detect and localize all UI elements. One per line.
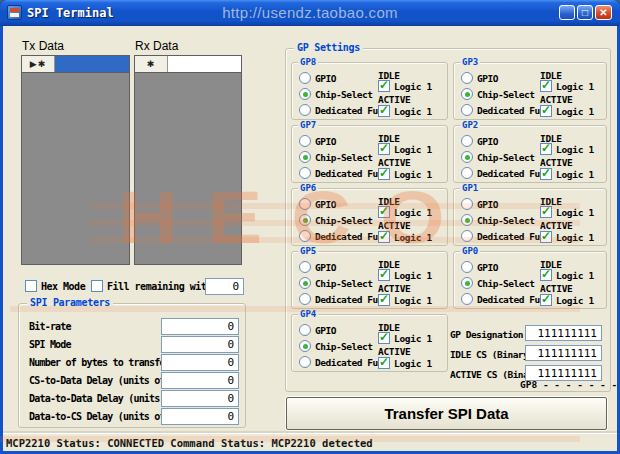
gpio-radio[interactable]: GPIO <box>461 72 498 84</box>
minimize-button[interactable]: _ <box>559 5 575 20</box>
dedicated-func-radio[interactable]: Dedicated Func <box>461 293 550 305</box>
spi-parameter-input[interactable]: 0 <box>161 372 239 389</box>
idle-logic1-checkbox[interactable]: ✓ Logic 1 <box>378 269 432 281</box>
idle-logic1-checkbox[interactable]: ✓ Logic 1 <box>540 269 594 281</box>
spi-parameter-input[interactable]: 0 <box>161 354 239 371</box>
idle-logic1-checkbox[interactable]: ✓ Logic 1 <box>378 332 432 344</box>
checkbox-label: Logic 1 <box>556 144 594 155</box>
radio-icon <box>461 277 473 289</box>
dedicated-func-radio[interactable]: Dedicated Func <box>299 356 388 368</box>
tx-grid-selected-cell[interactable] <box>55 56 129 72</box>
spi-parameter-input[interactable]: 0 <box>161 318 239 335</box>
checkbox-icon <box>25 280 37 292</box>
active-logic1-checkbox[interactable]: ✓ Logic 1 <box>378 231 432 243</box>
active-logic1-checkbox[interactable]: ✓ Logic 1 <box>540 168 594 180</box>
active-logic1-checkbox[interactable]: ✓ Logic 1 <box>378 294 432 306</box>
checkbox-icon: ✓ <box>378 168 390 180</box>
gpio-radio[interactable]: GPIO <box>299 324 336 336</box>
gp-designation-label: GP Designation <box>450 329 523 340</box>
chip-select-radio[interactable]: Chip-Select <box>299 214 372 226</box>
spi-parameter-input[interactable]: 0 <box>161 336 239 353</box>
active-logic1-checkbox[interactable]: ✓ Logic 1 <box>378 105 432 117</box>
idle-logic1-checkbox[interactable]: ✓ Logic 1 <box>378 206 432 218</box>
checkbox-icon: ✓ <box>378 294 390 306</box>
chip-select-radio[interactable]: Chip-Select <box>299 88 372 100</box>
chip-select-radio[interactable]: Chip-Select <box>461 277 534 289</box>
gp-group: GP7 GPIO Chip-Select Dedicated Func IDLE… <box>291 125 448 183</box>
spi-parameter-row: Data-to-Data Delay (units of 1 0 <box>19 390 245 408</box>
dedicated-func-radio[interactable]: Dedicated Func <box>299 230 388 242</box>
checkbox-icon: ✓ <box>378 80 390 92</box>
gpio-radio[interactable]: GPIO <box>299 198 336 210</box>
radio-icon <box>299 293 311 305</box>
tx-row-header-icon: ▶✱ <box>22 56 55 72</box>
active-cs-input[interactable]: 111111111 <box>525 365 602 381</box>
gpio-radio[interactable]: GPIO <box>299 261 336 273</box>
chip-select-radio[interactable]: Chip-Select <box>461 214 534 226</box>
radio-label: Chip-Select <box>315 278 372 289</box>
idle-logic1-checkbox[interactable]: ✓ Logic 1 <box>378 143 432 155</box>
active-logic1-checkbox[interactable]: ✓ Logic 1 <box>378 357 432 369</box>
gpio-radio[interactable]: GPIO <box>461 135 498 147</box>
idle-logic1-checkbox[interactable]: ✓ Logic 1 <box>378 80 432 92</box>
tx-data-grid[interactable]: ▶✱ <box>21 55 130 265</box>
dedicated-func-radio[interactable]: Dedicated Func <box>461 167 550 179</box>
radio-icon <box>461 151 473 163</box>
chip-select-radio[interactable]: Chip-Select <box>299 340 372 352</box>
gpio-radio[interactable]: GPIO <box>299 135 336 147</box>
radio-icon <box>461 214 473 226</box>
rx-data-label: Rx Data <box>135 39 178 53</box>
hex-mode-checkbox[interactable]: Hex Mode <box>25 280 85 292</box>
chip-select-radio[interactable]: Chip-Select <box>299 277 372 289</box>
chip-select-radio[interactable]: Chip-Select <box>461 151 534 163</box>
dedicated-func-radio[interactable]: Dedicated Func <box>461 104 550 116</box>
radio-icon <box>461 135 473 147</box>
radio-icon <box>299 198 311 210</box>
titlebar-url: http://usendz.taobao.com <box>0 4 620 21</box>
active-logic1-checkbox[interactable]: ✓ Logic 1 <box>378 168 432 180</box>
idle-logic1-checkbox[interactable]: ✓ Logic 1 <box>540 206 594 218</box>
rx-grid-cell[interactable] <box>168 56 241 72</box>
radio-label: GPIO <box>315 262 336 273</box>
gp-group-title: GP7 <box>298 120 318 130</box>
radio-label: Chip-Select <box>477 278 534 289</box>
chip-select-radio[interactable]: Chip-Select <box>461 88 534 100</box>
gp-group: GP6 GPIO Chip-Select Dedicated Func IDLE… <box>291 188 448 246</box>
transfer-spi-data-button[interactable]: Transfer SPI Data <box>286 397 607 430</box>
radio-label: GPIO <box>315 136 336 147</box>
radio-icon <box>461 167 473 179</box>
spi-parameter-input[interactable]: 0 <box>161 390 239 407</box>
rx-data-grid[interactable]: ✱ <box>134 55 242 265</box>
checkbox-label: Logic 1 <box>394 106 432 117</box>
dedicated-func-radio[interactable]: Dedicated Func <box>299 167 388 179</box>
maximize-button[interactable]: □ <box>577 5 593 20</box>
gp-group: GP3 GPIO Chip-Select Dedicated Func IDLE… <box>453 62 607 120</box>
dedicated-func-radio[interactable]: Dedicated Func <box>299 293 388 305</box>
dedicated-func-radio[interactable]: Dedicated Func <box>299 104 388 116</box>
gp-designation-input[interactable]: 111111111 <box>525 325 602 341</box>
active-logic1-checkbox[interactable]: ✓ Logic 1 <box>540 231 594 243</box>
idle-cs-input[interactable]: 111111111 <box>525 345 602 361</box>
fill-remaining-input[interactable]: 0 <box>205 278 244 295</box>
idle-logic1-checkbox[interactable]: ✓ Logic 1 <box>540 143 594 155</box>
minimize-icon: _ <box>564 11 569 21</box>
close-button[interactable]: ✕ <box>595 5 612 20</box>
titlebar[interactable]: SPI Terminal http://usendz.taobao.com _ … <box>0 0 620 26</box>
gpio-radio[interactable]: GPIO <box>461 198 498 210</box>
gpio-radio[interactable]: GPIO <box>299 72 336 84</box>
active-logic1-checkbox[interactable]: ✓ Logic 1 <box>540 294 594 306</box>
spi-parameter-row: Bit-rate 0 <box>19 318 245 336</box>
gpio-radio[interactable]: GPIO <box>461 261 498 273</box>
checkbox-label: Logic 1 <box>394 295 432 306</box>
dedicated-func-radio[interactable]: Dedicated Func <box>461 230 550 242</box>
spi-parameters-group: SPI Parameters Bit-rate 0 SPI Mode 0 Num… <box>18 303 246 428</box>
radio-label: GPIO <box>315 325 336 336</box>
radio-icon <box>461 88 473 100</box>
checkbox-icon: ✓ <box>378 269 390 281</box>
spi-parameter-input[interactable]: 0 <box>161 408 239 425</box>
idle-logic1-checkbox[interactable]: ✓ Logic 1 <box>540 80 594 92</box>
rx-grid-new-row[interactable]: ✱ <box>135 56 241 73</box>
active-logic1-checkbox[interactable]: ✓ Logic 1 <box>540 105 594 117</box>
tx-grid-new-row[interactable]: ▶✱ <box>22 56 129 73</box>
chip-select-radio[interactable]: Chip-Select <box>299 151 372 163</box>
